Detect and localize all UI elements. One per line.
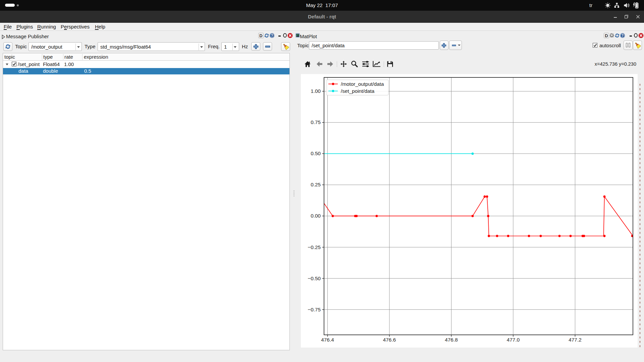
svg-text:/motor_output/data: /motor_output/data [341, 81, 384, 87]
svg-text:−0.25: −0.25 [308, 244, 321, 250]
svg-text:/set_point/data: /set_point/data [341, 88, 375, 94]
svg-text:476.6: 476.6 [383, 337, 396, 343]
svg-text:476.8: 476.8 [445, 337, 458, 343]
svg-text:476.4: 476.4 [321, 337, 334, 343]
svg-text:1.00: 1.00 [311, 88, 321, 94]
svg-text:0.75: 0.75 [311, 119, 321, 125]
svg-text:0.50: 0.50 [311, 150, 321, 156]
svg-text:?: ? [622, 34, 624, 38]
svg-text:−0.50: −0.50 [308, 276, 321, 281]
svg-text:?: ? [271, 34, 273, 38]
svg-text:477.0: 477.0 [507, 337, 520, 343]
svg-text:477.2: 477.2 [569, 337, 581, 343]
svg-text:0.00: 0.00 [311, 213, 321, 219]
svg-text:−0.75: −0.75 [308, 307, 321, 312]
svg-text:0.25: 0.25 [311, 182, 321, 187]
